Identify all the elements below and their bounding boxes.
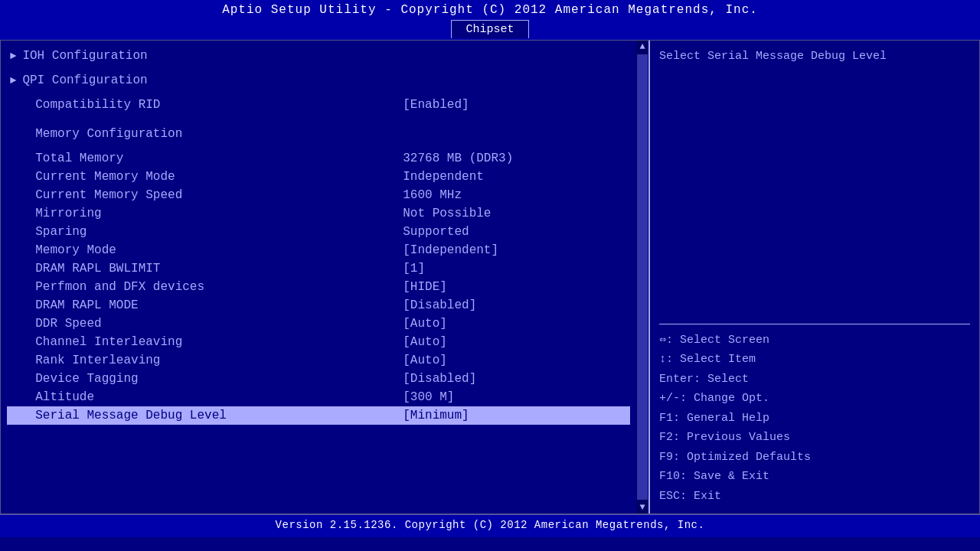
- menu-item-memory-mode[interactable]: Memory Mode [Independent]: [7, 241, 630, 259]
- dram-rapl-mode-label: DRAM RAPL MODE: [35, 298, 403, 312]
- menu-item-qpi-config[interactable]: ► QPI Configuration: [7, 71, 630, 90]
- ddr-speed-value: [Auto]: [403, 317, 447, 331]
- no-arrow-drmode: [10, 299, 29, 311]
- right-panel: Select Serial Message Debug Level ⇔: Sel…: [650, 41, 979, 514]
- dram-rapl-bwlimit-value: [1]: [403, 262, 425, 276]
- menu-item-sparing: Sparing Supported: [7, 223, 630, 241]
- tab-bar: Chipset: [0, 20, 980, 38]
- scrollbar[interactable]: ▲ ▼: [636, 41, 648, 514]
- perfmon-dfx-label: Perfmon and DFX devices: [35, 280, 403, 294]
- memory-config-label: Memory Configuration: [35, 127, 403, 141]
- scroll-thumb[interactable]: [637, 54, 648, 500]
- help-text: Select Serial Message Debug Level: [659, 48, 970, 318]
- no-arrow-curspeed: [10, 189, 29, 201]
- legend-f1-help: F1: General Help: [659, 409, 970, 429]
- no-arrow-mirror: [10, 207, 29, 220]
- current-memory-speed-value: 1600 MHz: [403, 188, 462, 202]
- no-arrow-curmode: [10, 171, 29, 183]
- menu-item-current-memory-speed: Current Memory Speed 1600 MHz: [7, 186, 630, 204]
- no-arrow-memcfg: [10, 128, 29, 140]
- menu-item-perfmon-dfx[interactable]: Perfmon and DFX devices [HIDE]: [7, 278, 630, 296]
- menu-item-total-memory: Total Memory 32768 MB (DDR3): [7, 149, 630, 168]
- total-memory-value: 32768 MB (DDR3): [403, 152, 513, 165]
- current-memory-speed-label: Current Memory Speed: [35, 188, 403, 202]
- dram-rapl-bwlimit-label: DRAM RAPL BWLIMIT: [35, 262, 403, 276]
- no-arrow-devtag: [10, 373, 29, 385]
- device-tagging-value: [Disabled]: [403, 372, 476, 386]
- perfmon-dfx-value: [HIDE]: [403, 280, 447, 294]
- no-arrow-memmode: [10, 244, 29, 256]
- legend-select-item: ↕: Select Item: [659, 350, 970, 370]
- left-panel: ► IOH Configuration ► QPI Configuration …: [1, 41, 650, 514]
- key-legend: ⇔: Select Screen ↕: Select Item Enter: S…: [659, 331, 970, 507]
- menu-section: ► IOH Configuration ► QPI Configuration …: [1, 47, 648, 425]
- current-memory-mode-label: Current Memory Mode: [35, 170, 403, 184]
- menu-item-serial-message-debug[interactable]: Serial Message Debug Level [Minimum]: [7, 406, 630, 425]
- serial-debug-value: [Minimum]: [403, 409, 469, 422]
- legend-f10-save: F10: Save & Exit: [659, 467, 970, 487]
- ddr-speed-label: DDR Speed: [35, 317, 403, 331]
- menu-item-channel-interleaving[interactable]: Channel Interleaving [Auto]: [7, 333, 630, 351]
- mirroring-value: Not Possible: [403, 207, 491, 220]
- ioh-config-label: IOH Configuration: [22, 49, 390, 63]
- menu-item-mirroring: Mirroring Not Possible: [7, 204, 630, 223]
- channel-interleaving-value: [Auto]: [403, 335, 447, 349]
- menu-item-dram-rapl-mode[interactable]: DRAM RAPL MODE [Disabled]: [7, 296, 630, 315]
- submenu-arrow-qpi: ►: [10, 74, 16, 86]
- footer: Version 2.15.1236. Copyright (C) 2012 Am…: [0, 514, 980, 537]
- qpi-config-label: QPI Configuration: [22, 73, 390, 87]
- help-divider: [659, 324, 970, 324]
- menu-item-ddr-speed[interactable]: DDR Speed [Auto]: [7, 315, 630, 333]
- menu-item-compatibility-rid[interactable]: Compatibility RID [Enabled]: [7, 96, 630, 114]
- compat-rid-value: [Enabled]: [403, 98, 469, 112]
- main-content: ► IOH Configuration ► QPI Configuration …: [0, 40, 980, 514]
- legend-f2-prev: F2: Previous Values: [659, 428, 970, 448]
- menu-item-device-tagging[interactable]: Device Tagging [Disabled]: [7, 370, 630, 388]
- no-arrow-sparing: [10, 226, 29, 238]
- no-arrow-rkintlv: [10, 354, 29, 367]
- legend-select-screen: ⇔: Select Screen: [659, 331, 970, 350]
- tab-chipset[interactable]: Chipset: [451, 20, 528, 38]
- sparing-value: Supported: [403, 225, 469, 239]
- menu-item-rank-interleaving[interactable]: Rank Interleaving [Auto]: [7, 351, 630, 370]
- serial-debug-label: Serial Message Debug Level: [35, 409, 403, 422]
- header: Aptio Setup Utility - Copyright (C) 2012…: [0, 0, 980, 40]
- altitude-value: [300 M]: [403, 390, 454, 404]
- channel-interleaving-label: Channel Interleaving: [35, 335, 403, 349]
- no-arrow-drambw: [10, 262, 29, 275]
- menu-item-memory-config-header: Memory Configuration: [7, 125, 630, 143]
- header-title: Aptio Setup Utility - Copyright (C) 2012…: [0, 3, 980, 17]
- rank-interleaving-value: [Auto]: [403, 354, 447, 367]
- total-memory-label: Total Memory: [35, 152, 403, 165]
- memory-mode-label: Memory Mode: [35, 243, 403, 257]
- legend-f9-defaults: F9: Optimized Defaults: [659, 448, 970, 468]
- no-arrow-alt: [10, 391, 29, 403]
- no-arrow-chintlv: [10, 336, 29, 348]
- menu-item-ioh-config[interactable]: ► IOH Configuration: [7, 47, 630, 65]
- footer-text: Version 2.15.1236. Copyright (C) 2012 Am…: [276, 519, 705, 531]
- no-arrow-serial: [10, 409, 29, 422]
- menu-item-dram-rapl-bwlimit[interactable]: DRAM RAPL BWLIMIT [1]: [7, 259, 630, 278]
- scroll-down-arrow[interactable]: ▼: [639, 501, 645, 514]
- no-arrow-compat: [10, 99, 29, 111]
- legend-esc-exit: ESC: Exit: [659, 487, 970, 507]
- sparing-label: Sparing: [35, 225, 403, 239]
- menu-item-altitude[interactable]: Altitude [300 M]: [7, 388, 630, 406]
- submenu-arrow-ioh: ►: [10, 50, 16, 62]
- no-arrow-totalmem: [10, 152, 29, 165]
- mirroring-label: Mirroring: [35, 207, 403, 220]
- legend-change-opt: +/-: Change Opt.: [659, 389, 970, 409]
- device-tagging-label: Device Tagging: [35, 372, 403, 386]
- menu-item-current-memory-mode: Current Memory Mode Independent: [7, 168, 630, 186]
- compat-rid-label: Compatibility RID: [35, 98, 403, 112]
- current-memory-mode-value: Independent: [403, 170, 484, 184]
- dram-rapl-mode-value: [Disabled]: [403, 298, 476, 312]
- no-arrow-ddrspeed: [10, 318, 29, 330]
- rank-interleaving-label: Rank Interleaving: [35, 354, 403, 367]
- memory-mode-value: [Independent]: [403, 243, 498, 257]
- no-arrow-perfmon: [10, 281, 29, 293]
- legend-enter-select: Enter: Select: [659, 370, 970, 390]
- altitude-label: Altitude: [35, 390, 403, 404]
- scroll-up-arrow[interactable]: ▲: [639, 41, 645, 53]
